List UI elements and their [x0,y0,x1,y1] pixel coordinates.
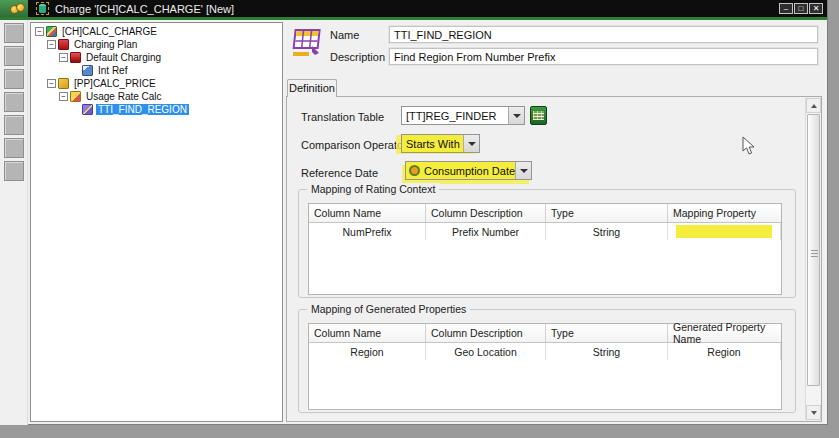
cell-generated-property-name[interactable]: Region [668,343,781,360]
tree-item-label[interactable]: Int Ref [96,65,129,76]
reference-date-value: Consumption Date [420,165,515,177]
minimize-button[interactable]: – [779,3,793,14]
rating-context-group-title: Mapping of Rating Context [307,183,439,195]
scroll-down-icon[interactable] [806,405,821,420]
column-header[interactable]: Type [546,324,668,342]
scrollbar-grip-icon [811,250,818,257]
tree-item-calc-price[interactable]: − [PP]CALC_PRICE [31,77,282,90]
column-header[interactable]: Mapping Property [668,204,781,222]
table-empty-area [309,240,781,294]
toolbar-button-5[interactable] [4,115,24,135]
charge-tree-panel: − [CH]CALC_CHARGE − Charging Plan − Defa… [30,22,283,422]
collapse-expander-icon[interactable]: − [59,92,68,101]
collapse-expander-icon[interactable]: − [47,79,56,88]
close-button[interactable]: ✕ [809,3,823,14]
title-bar[interactable]: Charge '[CH]CALC_CHARGE' [New] – □ ✕ [0,0,827,17]
name-input[interactable] [389,26,818,43]
tree-item-label-selected[interactable]: TTI_FIND_REGION [96,104,189,115]
comparison-operator-combobox[interactable]: Starts With [401,134,480,153]
consumption-date-radio-icon [409,165,420,176]
collapse-expander-icon[interactable]: − [59,53,68,62]
toolbar-button-7[interactable] [4,161,24,181]
table-header-row: Column Name Column Description Type Mapp… [309,204,781,223]
description-label: Description [330,51,385,63]
tree-item-charging-plan[interactable]: − Charging Plan [31,38,282,51]
window-title: Charge '[CH]CALC_CHARGE' [New] [55,3,779,15]
tree-item-tti-find-region[interactable]: TTI_FIND_REGION [31,103,282,116]
tree-item-label[interactable]: Default Charging [84,52,163,63]
translation-table-label: Translation Table [301,111,384,123]
cell-column-description[interactable]: Geo Location [426,343,546,360]
tree-item-usage-rate-calc[interactable]: − Usage Rate Calc [31,90,282,103]
int-ref-person-icon [82,65,93,76]
name-label: Name [330,29,359,41]
translation-table-icon [82,104,93,115]
vertical-scrollbar[interactable] [805,98,820,420]
cell-mapping-property[interactable] [668,223,781,240]
tree-item-default-charging[interactable]: − Default Charging [31,51,282,64]
scrollbar-thumb[interactable] [807,114,820,386]
table-row[interactable]: Region Geo Location String Region [309,343,781,360]
column-header[interactable]: Type [546,204,668,222]
mapping-property-highlight[interactable] [676,225,772,238]
collapse-expander-icon[interactable]: − [47,40,56,49]
translation-table-value: [TT]REG_FINDER [402,110,508,122]
generated-properties-table: Column Name Column Description Type Gene… [308,323,782,410]
tab-definition[interactable]: Definition [287,79,337,97]
column-header[interactable]: Column Name [309,324,426,342]
application-background: Charge '[CH]CALC_CHARGE' [New] – □ ✕ − [… [0,0,839,438]
child-window-icon [36,2,49,15]
default-charging-icon [70,52,81,63]
rating-context-group: Mapping of Rating Context Column Name Co… [298,189,796,298]
toolbar-button-3[interactable] [4,69,24,89]
translation-table-large-icon [292,26,322,58]
left-toolbar [0,20,28,425]
accent-stripe [0,17,827,20]
generated-properties-group: Mapping of Generated Properties Column N… [298,309,796,413]
toolbar-button-2[interactable] [4,46,24,66]
tree-item-label[interactable]: [CH]CALC_CHARGE [60,26,159,37]
toolbar-button-6[interactable] [4,138,24,158]
table-grid-icon [533,111,544,120]
reference-date-label: Reference Date [301,167,378,179]
collapse-expander-icon[interactable]: − [35,27,44,36]
chevron-down-icon[interactable] [515,162,531,179]
tree-item-label[interactable]: Charging Plan [72,39,139,50]
comparison-operator-value: Starts With [402,138,463,150]
table-row[interactable]: NumPrefix Prefix Number String [309,223,781,240]
translation-table-combobox[interactable]: [TT]REG_FINDER [401,106,525,125]
comparison-operator-label: Comparison Operator [301,139,407,151]
cell-column-description[interactable]: Prefix Number [426,223,546,240]
description-input[interactable] [389,48,818,65]
app-coins-icon [0,0,28,17]
column-header[interactable]: Column Name [309,204,426,222]
toolbar-button-4[interactable] [4,92,24,112]
chevron-down-icon[interactable] [508,107,524,124]
table-empty-area [309,360,781,409]
scroll-up-icon[interactable] [806,98,821,113]
restore-button[interactable]: □ [794,3,808,14]
column-header[interactable]: Generated Property Name [668,324,781,342]
column-header[interactable]: Column Description [426,324,546,342]
tree-item-label[interactable]: [PP]CALC_PRICE [72,78,158,89]
cell-type[interactable]: String [546,343,668,360]
open-translation-table-button[interactable] [530,106,547,125]
column-header[interactable]: Column Description [426,204,546,222]
table-header-row: Column Name Column Description Type Gene… [309,324,781,343]
charge-editor-window: Charge '[CH]CALC_CHARGE' [New] – □ ✕ − [… [0,0,828,425]
cell-column-name[interactable]: Region [309,343,426,360]
tree-item-label[interactable]: Usage Rate Calc [84,91,164,102]
toolbar-button-1[interactable] [4,23,24,43]
generated-properties-group-title: Mapping of Generated Properties [307,303,470,315]
usage-rate-icon [70,91,81,102]
tree-item-calc-charge[interactable]: − [CH]CALC_CHARGE [31,25,282,38]
price-icon [58,78,69,89]
cell-type[interactable]: String [546,223,668,240]
charging-plan-icon [58,39,69,50]
charge-icon [46,26,57,37]
chevron-down-icon[interactable] [463,135,479,152]
tree-item-int-ref[interactable]: Int Ref [31,64,282,77]
cell-column-name[interactable]: NumPrefix [309,223,426,240]
reference-date-combobox[interactable]: Consumption Date [405,161,532,180]
mouse-cursor-icon [742,136,756,156]
